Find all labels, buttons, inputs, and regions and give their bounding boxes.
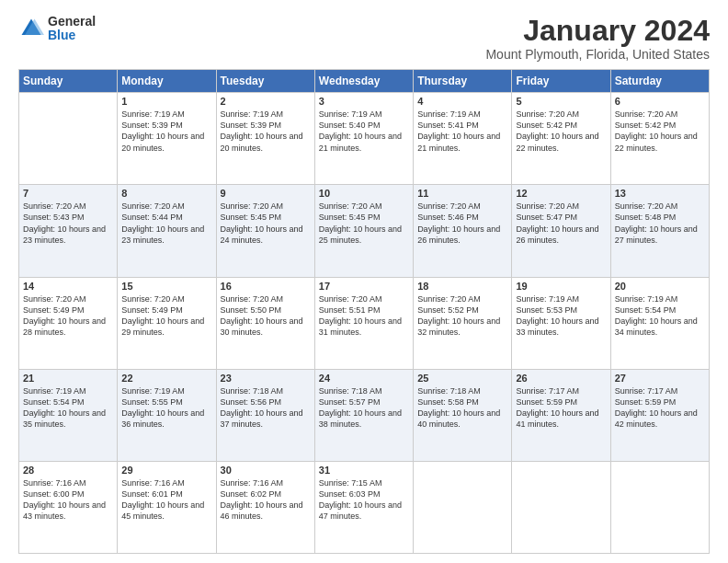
day-info: Sunrise: 7:20 AMSunset: 5:42 PMDaylight:… — [516, 109, 606, 154]
table-row: 7Sunrise: 7:20 AMSunset: 5:43 PMDaylight… — [19, 185, 118, 277]
day-number: 2 — [221, 96, 311, 107]
day-info: Sunrise: 7:20 AMSunset: 5:47 PMDaylight:… — [516, 201, 606, 246]
header-row: Sunday Monday Tuesday Wednesday Thursday… — [19, 70, 710, 93]
day-number: 20 — [615, 281, 705, 292]
day-number: 23 — [221, 373, 311, 384]
day-info: Sunrise: 7:20 AMSunset: 5:48 PMDaylight:… — [615, 201, 705, 246]
table-row: 27Sunrise: 7:17 AMSunset: 5:59 PMDayligh… — [610, 369, 709, 461]
day-info: Sunrise: 7:20 AMSunset: 5:44 PMDaylight:… — [121, 201, 211, 246]
col-saturday: Saturday — [610, 70, 709, 93]
table-row: 28Sunrise: 7:16 AMSunset: 6:00 PMDayligh… — [19, 461, 118, 553]
col-monday: Monday — [118, 70, 216, 93]
day-info: Sunrise: 7:16 AMSunset: 6:01 PMDaylight:… — [121, 477, 211, 523]
day-info: Sunrise: 7:18 AMSunset: 5:58 PMDaylight:… — [417, 385, 507, 431]
day-number: 4 — [417, 96, 507, 107]
table-row: 11Sunrise: 7:20 AMSunset: 5:46 PMDayligh… — [414, 185, 512, 277]
day-info: Sunrise: 7:20 AMSunset: 5:49 PMDaylight:… — [23, 293, 113, 339]
table-row: 26Sunrise: 7:17 AMSunset: 5:59 PMDayligh… — [512, 369, 610, 461]
day-number: 14 — [23, 281, 113, 292]
table-row: 4Sunrise: 7:19 AMSunset: 5:41 PMDaylight… — [414, 93, 512, 185]
day-number: 26 — [516, 373, 606, 384]
calendar-week-row: 14Sunrise: 7:20 AMSunset: 5:49 PMDayligh… — [19, 277, 710, 369]
table-row: 17Sunrise: 7:20 AMSunset: 5:51 PMDayligh… — [314, 277, 413, 369]
logo-text: General Blue — [48, 15, 96, 43]
table-row: 14Sunrise: 7:20 AMSunset: 5:49 PMDayligh… — [19, 277, 118, 369]
calendar-subtitle: Mount Plymouth, Florida, United States — [485, 47, 710, 62]
day-info: Sunrise: 7:19 AMSunset: 5:40 PMDaylight:… — [319, 109, 409, 154]
logo-icon — [18, 16, 44, 41]
table-row: 25Sunrise: 7:18 AMSunset: 5:58 PMDayligh… — [414, 369, 512, 461]
day-number: 11 — [417, 188, 507, 199]
table-row: 16Sunrise: 7:20 AMSunset: 5:50 PMDayligh… — [216, 277, 314, 369]
table-row: 18Sunrise: 7:20 AMSunset: 5:52 PMDayligh… — [414, 277, 512, 369]
day-number: 22 — [121, 373, 211, 384]
day-info: Sunrise: 7:19 AMSunset: 5:39 PMDaylight:… — [121, 109, 211, 154]
calendar-week-row: 21Sunrise: 7:19 AMSunset: 5:54 PMDayligh… — [19, 369, 710, 461]
day-number: 25 — [417, 373, 507, 384]
table-row — [610, 461, 709, 553]
table-row: 29Sunrise: 7:16 AMSunset: 6:01 PMDayligh… — [118, 461, 216, 553]
day-info: Sunrise: 7:18 AMSunset: 5:57 PMDaylight:… — [319, 385, 409, 431]
day-info: Sunrise: 7:20 AMSunset: 5:43 PMDaylight:… — [23, 201, 113, 246]
table-row — [19, 93, 118, 185]
day-info: Sunrise: 7:20 AMSunset: 5:45 PMDaylight:… — [221, 201, 311, 246]
day-number: 15 — [121, 281, 211, 292]
day-number: 21 — [23, 373, 113, 384]
table-row — [414, 461, 512, 553]
table-row: 10Sunrise: 7:20 AMSunset: 5:45 PMDayligh… — [314, 185, 413, 277]
col-friday: Friday — [512, 70, 610, 93]
day-info: Sunrise: 7:19 AMSunset: 5:41 PMDaylight:… — [417, 109, 507, 154]
day-number: 8 — [121, 188, 211, 199]
table-row: 3Sunrise: 7:19 AMSunset: 5:40 PMDaylight… — [314, 93, 413, 185]
calendar-week-row: 28Sunrise: 7:16 AMSunset: 6:00 PMDayligh… — [19, 461, 710, 553]
col-thursday: Thursday — [414, 70, 512, 93]
logo: General Blue — [18, 15, 96, 43]
table-row: 8Sunrise: 7:20 AMSunset: 5:44 PMDaylight… — [118, 185, 216, 277]
table-row: 20Sunrise: 7:19 AMSunset: 5:54 PMDayligh… — [610, 277, 709, 369]
calendar-title: January 2024 — [485, 15, 710, 47]
calendar-week-row: 1Sunrise: 7:19 AMSunset: 5:39 PMDaylight… — [19, 93, 710, 185]
day-info: Sunrise: 7:18 AMSunset: 5:56 PMDaylight:… — [221, 385, 311, 431]
day-info: Sunrise: 7:16 AMSunset: 6:00 PMDaylight:… — [23, 477, 113, 523]
col-sunday: Sunday — [19, 70, 118, 93]
day-info: Sunrise: 7:20 AMSunset: 5:50 PMDaylight:… — [221, 293, 311, 339]
day-number: 29 — [121, 465, 211, 476]
day-number: 1 — [121, 96, 211, 107]
table-row: 23Sunrise: 7:18 AMSunset: 5:56 PMDayligh… — [216, 369, 314, 461]
table-row: 30Sunrise: 7:16 AMSunset: 6:02 PMDayligh… — [216, 461, 314, 553]
day-number: 17 — [319, 281, 409, 292]
table-row: 6Sunrise: 7:20 AMSunset: 5:42 PMDaylight… — [610, 93, 709, 185]
day-number: 16 — [221, 281, 311, 292]
day-number: 7 — [23, 188, 113, 199]
day-info: Sunrise: 7:20 AMSunset: 5:46 PMDaylight:… — [417, 201, 507, 246]
day-number: 18 — [417, 281, 507, 292]
day-info: Sunrise: 7:16 AMSunset: 6:02 PMDaylight:… — [221, 477, 311, 523]
table-row: 2Sunrise: 7:19 AMSunset: 5:39 PMDaylight… — [216, 93, 314, 185]
day-number: 24 — [319, 373, 409, 384]
table-row — [512, 461, 610, 553]
table-row: 5Sunrise: 7:20 AMSunset: 5:42 PMDaylight… — [512, 93, 610, 185]
table-row: 31Sunrise: 7:15 AMSunset: 6:03 PMDayligh… — [314, 461, 413, 553]
title-block: January 2024 Mount Plymouth, Florida, Un… — [485, 15, 710, 62]
day-number: 28 — [23, 465, 113, 476]
day-number: 31 — [319, 465, 409, 476]
day-info: Sunrise: 7:19 AMSunset: 5:39 PMDaylight:… — [221, 109, 311, 154]
day-number: 19 — [516, 281, 606, 292]
day-info: Sunrise: 7:20 AMSunset: 5:52 PMDaylight:… — [417, 293, 507, 339]
day-info: Sunrise: 7:20 AMSunset: 5:49 PMDaylight:… — [121, 293, 211, 339]
table-row: 15Sunrise: 7:20 AMSunset: 5:49 PMDayligh… — [118, 277, 216, 369]
day-info: Sunrise: 7:19 AMSunset: 5:53 PMDaylight:… — [516, 293, 606, 339]
day-info: Sunrise: 7:15 AMSunset: 6:03 PMDaylight:… — [319, 477, 409, 523]
table-row: 13Sunrise: 7:20 AMSunset: 5:48 PMDayligh… — [610, 185, 709, 277]
col-tuesday: Tuesday — [216, 70, 314, 93]
table-row: 21Sunrise: 7:19 AMSunset: 5:54 PMDayligh… — [19, 369, 118, 461]
logo-blue-text: Blue — [48, 29, 96, 42]
day-number: 13 — [615, 188, 705, 199]
day-info: Sunrise: 7:19 AMSunset: 5:54 PMDaylight:… — [23, 385, 113, 431]
day-number: 5 — [516, 96, 606, 107]
logo-general-text: General — [48, 15, 96, 29]
table-row: 9Sunrise: 7:20 AMSunset: 5:45 PMDaylight… — [216, 185, 314, 277]
day-number: 12 — [516, 188, 606, 199]
day-number: 6 — [615, 96, 705, 107]
calendar-table: Sunday Monday Tuesday Wednesday Thursday… — [18, 69, 710, 554]
